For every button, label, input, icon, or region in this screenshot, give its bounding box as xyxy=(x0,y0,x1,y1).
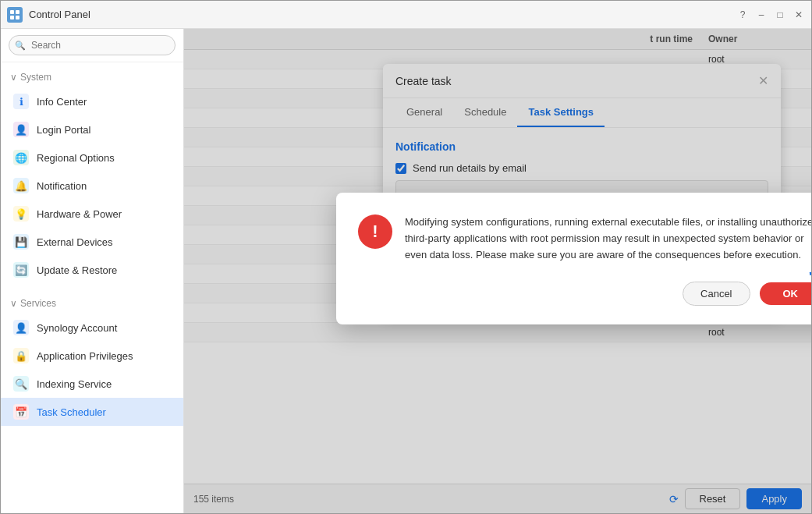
info-center-icon: ℹ xyxy=(13,94,29,109)
title-bar: Control Panel ? – □ ✕ xyxy=(1,1,811,29)
chevron-down-icon: ∨ xyxy=(10,298,17,309)
sidebar-item-notification[interactable]: 🔔 Notification xyxy=(1,172,183,200)
svg-rect-1 xyxy=(16,10,20,14)
window-title: Control Panel xyxy=(29,9,736,20)
content-area: t run time Owner root root root root roo… xyxy=(184,29,811,513)
warning-icon: ! xyxy=(358,214,392,249)
warning-dialog: ! Modifying system configurations, runni… xyxy=(336,193,811,324)
minimize-button[interactable]: – xyxy=(755,9,768,21)
search-input[interactable] xyxy=(9,35,176,55)
sidebar-item-external-devices[interactable]: 💾 External Devices xyxy=(1,228,183,256)
sidebar-item-update-restore[interactable]: 🔄 Update & Restore xyxy=(1,256,183,284)
sidebar-item-label: Notification xyxy=(37,180,87,192)
system-section-label: System xyxy=(20,72,51,83)
sidebar: 🔍 ∨ System ℹ Info Center 👤 Login Portal xyxy=(1,29,184,513)
sidebar-item-label: Regional Options xyxy=(37,152,115,164)
system-section-header[interactable]: ∨ System xyxy=(1,67,183,87)
sidebar-item-label: Hardware & Power xyxy=(37,208,122,220)
warning-actions: Cancel OK xyxy=(358,282,811,306)
update-restore-icon: 🔄 xyxy=(13,262,29,278)
warning-header: ! Modifying system configurations, runni… xyxy=(358,214,811,263)
chevron-down-icon: ∨ xyxy=(10,72,17,83)
sidebar-item-label: Task Scheduler xyxy=(37,406,106,418)
svg-rect-3 xyxy=(16,16,20,19)
arrow-indicator xyxy=(802,266,811,313)
main-layout: 🔍 ∨ System ℹ Info Center 👤 Login Portal xyxy=(1,29,811,513)
sidebar-item-label: External Devices xyxy=(37,236,113,248)
sidebar-item-application-privileges[interactable]: 🔒 Application Privileges xyxy=(1,342,183,370)
system-section: ∨ System ℹ Info Center 👤 Login Portal 🌐 … xyxy=(1,62,183,289)
help-button[interactable]: ? xyxy=(736,9,749,21)
sidebar-item-hardware-power[interactable]: 💡 Hardware & Power xyxy=(1,200,183,228)
sidebar-item-task-scheduler[interactable]: 📅 Task Scheduler xyxy=(1,398,183,426)
sidebar-item-synology-account[interactable]: 👤 Synology Account xyxy=(1,314,183,342)
services-section-header[interactable]: ∨ Services xyxy=(1,293,183,314)
hardware-power-icon: 💡 xyxy=(13,206,29,222)
svg-rect-2 xyxy=(10,16,14,19)
sidebar-item-label: Update & Restore xyxy=(37,264,117,276)
sidebar-item-info-center[interactable]: ℹ Info Center xyxy=(1,87,183,115)
search-icon: 🔍 xyxy=(15,41,26,51)
indexing-service-icon: 🔍 xyxy=(13,376,29,392)
app-icon xyxy=(7,7,23,23)
login-portal-icon: 👤 xyxy=(13,122,29,137)
sidebar-item-label: Indexing Service xyxy=(37,378,112,390)
window-controls: ? – □ ✕ xyxy=(736,9,805,21)
sidebar-item-label: Info Center xyxy=(37,96,87,108)
services-section-label: Services xyxy=(20,298,56,309)
svg-rect-0 xyxy=(10,10,14,14)
task-scheduler-icon: 📅 xyxy=(13,404,29,420)
warning-text: Modifying system configurations, running… xyxy=(405,214,811,263)
external-devices-icon: 💾 xyxy=(13,234,29,250)
sidebar-item-label: Login Portal xyxy=(37,124,90,136)
sidebar-item-label: Application Privileges xyxy=(37,350,133,362)
synology-account-icon: 👤 xyxy=(13,320,29,335)
close-button[interactable]: ✕ xyxy=(792,9,805,21)
maximize-button[interactable]: □ xyxy=(774,9,786,21)
sidebar-item-indexing-service[interactable]: 🔍 Indexing Service xyxy=(1,370,183,398)
notification-icon: 🔔 xyxy=(13,178,29,193)
sidebar-search-area: 🔍 xyxy=(1,29,183,62)
sidebar-item-regional-options[interactable]: 🌐 Regional Options xyxy=(1,144,183,172)
sidebar-item-label: Synology Account xyxy=(37,322,117,334)
regional-options-icon: 🌐 xyxy=(13,150,29,165)
services-section: ∨ Services 👤 Synology Account 🔒 Applicat… xyxy=(1,289,183,431)
warning-cancel-button[interactable]: Cancel xyxy=(683,282,750,306)
application-privileges-icon: 🔒 xyxy=(13,348,29,363)
main-window: Control Panel ? – □ ✕ 🔍 ∨ System xyxy=(0,0,812,514)
sidebar-item-login-portal[interactable]: 👤 Login Portal xyxy=(1,115,183,144)
